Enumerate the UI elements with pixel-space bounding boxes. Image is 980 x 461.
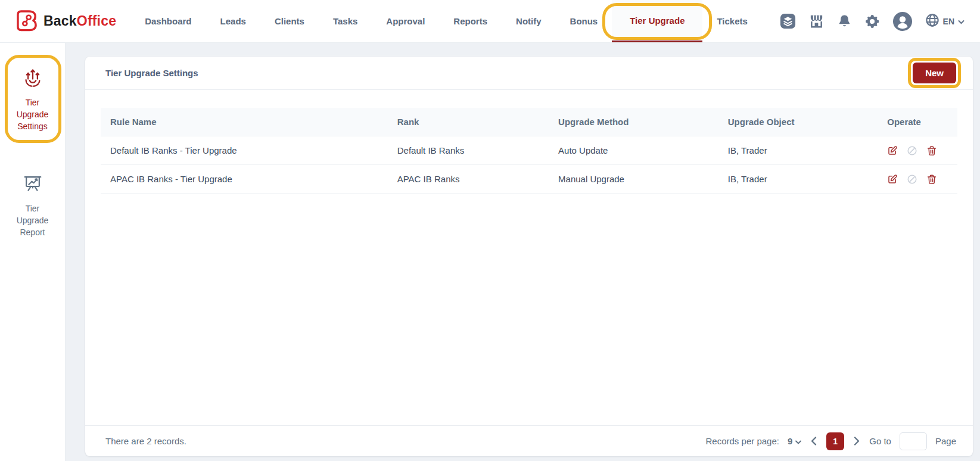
chevron-down-icon (795, 436, 801, 446)
column-header-operate: Operate (878, 117, 957, 127)
rules-table: Rule Name Rank Upgrade Method Upgrade Ob… (101, 108, 957, 194)
top-navbar: BackOffice Dashboard Leads Clients Tasks… (0, 0, 980, 43)
new-button[interactable]: New (913, 63, 956, 83)
cell-upgrade-method: Auto Update (549, 145, 718, 155)
main-content: Tier Upgrade Settings New Rule Name Rank… (66, 43, 980, 461)
pagination: Records per page: 9 1 Go to (706, 432, 956, 450)
edit-icon[interactable] (887, 145, 898, 156)
previous-page-button[interactable] (810, 435, 818, 447)
next-page-button[interactable] (853, 435, 861, 447)
cell-rank: Default IB Ranks (388, 145, 549, 155)
current-page-button[interactable]: 1 (826, 432, 844, 450)
nav-item-tickets[interactable]: Tickets (702, 0, 761, 42)
edit-icon[interactable] (887, 174, 898, 185)
card-footer: There are 2 records. Records per page: 9… (85, 425, 973, 456)
per-page-value: 9 (788, 436, 792, 446)
bell-icon[interactable] (837, 14, 852, 29)
column-header-upgrade-method: Upgrade Method (549, 117, 718, 127)
gear-icon[interactable] (864, 14, 880, 29)
sidebar-item-label: Tier Upgrade Settings (17, 96, 49, 132)
table-row: APAC IB Ranks - Tier Upgrade APAC IB Ran… (101, 165, 957, 194)
sidebar-item-label: Tier Upgrade Report (17, 203, 49, 238)
sidebar-item-tier-upgrade-report[interactable]: Tier Upgrade Report (0, 162, 65, 249)
main-nav: Dashboard Leads Clients Tasks Approval R… (130, 0, 762, 42)
empty-area (85, 194, 973, 425)
nav-item-clients[interactable]: Clients (260, 0, 319, 42)
trash-icon[interactable] (926, 145, 937, 156)
cell-upgrade-object: IB, Trader (718, 174, 878, 184)
nav-item-bonus[interactable]: Bonus (556, 0, 612, 42)
nav-item-dashboard[interactable]: Dashboard (130, 0, 206, 42)
navbar-actions: EN (780, 0, 980, 42)
globe-icon (925, 13, 939, 30)
language-selector[interactable]: EN (925, 13, 965, 30)
cell-upgrade-object: IB, Trader (718, 145, 878, 155)
language-code: EN (943, 17, 954, 26)
goto-label: Go to (869, 436, 891, 446)
nav-item-tier-upgrade-label: Tier Upgrade (630, 15, 685, 26)
column-header-rank: Rank (388, 117, 549, 127)
cell-rank: APAC IB Ranks (388, 174, 549, 184)
backoffice-logo-icon (15, 9, 38, 34)
report-board-icon (21, 172, 45, 198)
table-row: Default IB Ranks - Tier Upgrade Default … (101, 136, 957, 165)
brand-logo[interactable]: BackOffice (0, 0, 119, 42)
nav-item-tasks[interactable]: Tasks (319, 0, 372, 42)
column-header-rule-name: Rule Name (101, 117, 388, 127)
trash-icon[interactable] (926, 174, 937, 185)
nav-item-tier-upgrade[interactable]: Tier Upgrade (612, 0, 702, 42)
tier-upgrade-settings-card: Tier Upgrade Settings New Rule Name Rank… (85, 57, 973, 456)
page-title: Tier Upgrade Settings (105, 68, 198, 78)
cell-operate (878, 145, 957, 156)
cell-upgrade-method: Manual Upgrade (549, 174, 718, 184)
chevron-down-icon (958, 16, 965, 27)
page-shell: Tier Upgrade Settings Tier Upgrade Repor… (0, 43, 980, 461)
cell-operate (878, 174, 957, 185)
cell-rule-name: Default IB Ranks - Tier Upgrade (101, 145, 388, 155)
cell-rule-name: APAC IB Ranks - Tier Upgrade (101, 174, 388, 184)
ban-icon[interactable] (907, 174, 917, 185)
upgrade-gear-icon (20, 64, 45, 92)
table-header-row: Rule Name Rank Upgrade Method Upgrade Ob… (101, 108, 957, 136)
card-header: Tier Upgrade Settings New (85, 57, 973, 90)
records-per-page-label: Records per page: (706, 436, 779, 446)
sidebar-item-tier-upgrade-settings[interactable]: Tier Upgrade Settings (0, 55, 65, 143)
records-count-text: There are 2 records. (105, 436, 186, 446)
page-label: Page (935, 436, 956, 446)
column-header-upgrade-object: Upgrade Object (718, 117, 878, 127)
records-per-page-select[interactable]: 9 (788, 436, 801, 446)
nav-item-reports[interactable]: Reports (439, 0, 502, 42)
storefront-icon[interactable] (808, 13, 825, 29)
nav-item-approval[interactable]: Approval (372, 0, 439, 42)
sidebar: Tier Upgrade Settings Tier Upgrade Repor… (0, 43, 66, 461)
nav-item-notify[interactable]: Notify (502, 0, 556, 42)
goto-page-input[interactable] (900, 432, 927, 450)
brand-name: BackOffice (43, 13, 116, 29)
ban-icon[interactable] (907, 145, 917, 156)
avatar[interactable] (892, 11, 913, 32)
layers-icon[interactable] (780, 13, 796, 29)
nav-item-leads[interactable]: Leads (206, 0, 260, 42)
